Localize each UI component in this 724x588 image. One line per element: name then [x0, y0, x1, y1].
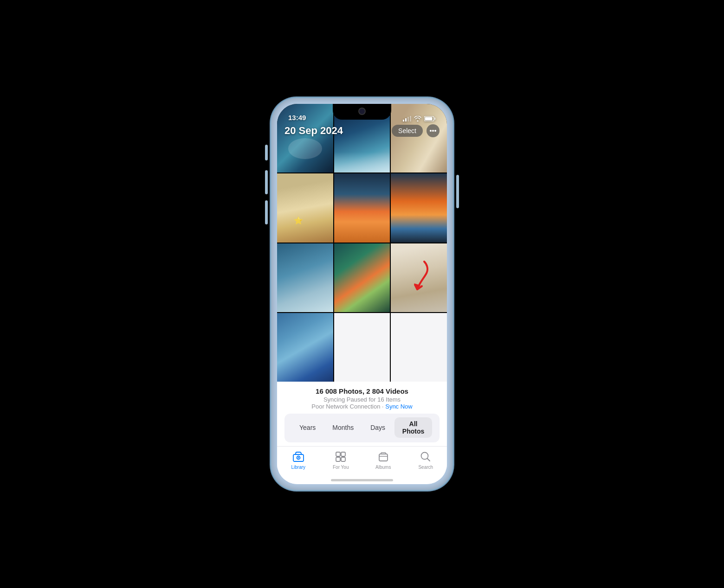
photo-cell[interactable]: [391, 313, 447, 382]
sync-detail-text: Poor Network Connection ·: [311, 403, 385, 410]
svg-point-7: [430, 130, 432, 132]
tab-days[interactable]: Days: [363, 417, 393, 438]
more-dots-icon: [430, 130, 436, 132]
photo-count: 16 008 Photos, 2 804 Videos: [284, 387, 440, 395]
photos-area: 20 Sep 2024 Select: [277, 104, 447, 382]
volume-up-button[interactable]: [265, 170, 268, 194]
library-label: Library: [291, 465, 305, 470]
photo-cell[interactable]: [334, 313, 390, 382]
svg-rect-16: [341, 457, 345, 461]
silent-button[interactable]: [265, 145, 268, 160]
view-tabs: Years Months Days All Photos: [284, 414, 440, 442]
photo-cell[interactable]: [334, 243, 390, 312]
wifi-icon: [414, 116, 421, 121]
photo-info: 16 008 Photos, 2 804 Videos Syncing Paus…: [277, 382, 447, 414]
status-time: 13:49: [288, 114, 306, 121]
bottom-area: 16 008 Photos, 2 804 Videos Syncing Paus…: [277, 382, 447, 484]
svg-rect-1: [405, 118, 407, 121]
photo-cell[interactable]: [277, 173, 333, 242]
svg-rect-6: [425, 117, 433, 121]
svg-rect-14: [341, 452, 345, 456]
status-icons: [403, 116, 436, 121]
foryou-icon: [334, 450, 347, 463]
photo-cell[interactable]: [391, 173, 447, 242]
photo-cell[interactable]: [391, 243, 447, 312]
volume-down-button[interactable]: [265, 200, 268, 224]
svg-rect-5: [434, 118, 436, 120]
nav-item-albums[interactable]: Albums: [362, 450, 405, 470]
tab-months[interactable]: Months: [325, 417, 361, 438]
svg-point-9: [434, 130, 436, 132]
library-icon: [292, 450, 305, 463]
power-button[interactable]: [456, 175, 459, 208]
nav-item-foryou[interactable]: For You: [320, 450, 362, 470]
sync-detail: Poor Network Connection · Sync Now: [284, 403, 440, 410]
albums-icon: [377, 450, 390, 463]
foryou-label: For You: [333, 465, 349, 470]
svg-rect-13: [336, 452, 340, 456]
photos-date: 20 Sep 2024: [284, 125, 343, 137]
svg-rect-15: [336, 457, 340, 461]
nav-item-library[interactable]: Library: [277, 450, 320, 470]
photo-cell[interactable]: [277, 313, 333, 382]
photo-cell[interactable]: [277, 243, 333, 312]
phone-frame: 13:49: [272, 98, 452, 490]
tab-all-photos[interactable]: All Photos: [394, 417, 432, 438]
more-button[interactable]: [427, 124, 440, 137]
select-button[interactable]: Select: [392, 125, 423, 137]
svg-rect-17: [379, 454, 388, 461]
home-indicator: [331, 479, 393, 481]
nav-item-search[interactable]: Search: [405, 450, 447, 470]
svg-point-8: [432, 130, 434, 132]
phone-screen: 13:49: [277, 104, 447, 484]
svg-rect-2: [407, 117, 409, 121]
search-icon: [419, 450, 432, 463]
battery-icon: [424, 116, 436, 121]
svg-rect-0: [403, 120, 404, 121]
sync-status: Syncing Paused for 16 Items: [284, 396, 440, 403]
photo-cell[interactable]: [334, 173, 390, 242]
signal-icon: [403, 116, 411, 121]
tab-years[interactable]: Years: [292, 417, 323, 438]
notch: [333, 104, 391, 120]
sync-now-link[interactable]: Sync Now: [385, 403, 413, 410]
photo-grid: [277, 104, 447, 382]
svg-point-12: [297, 457, 299, 459]
albums-label: Albums: [375, 465, 391, 470]
search-label: Search: [418, 465, 433, 470]
svg-rect-3: [410, 116, 411, 121]
bottom-nav: Library For You: [277, 446, 447, 479]
